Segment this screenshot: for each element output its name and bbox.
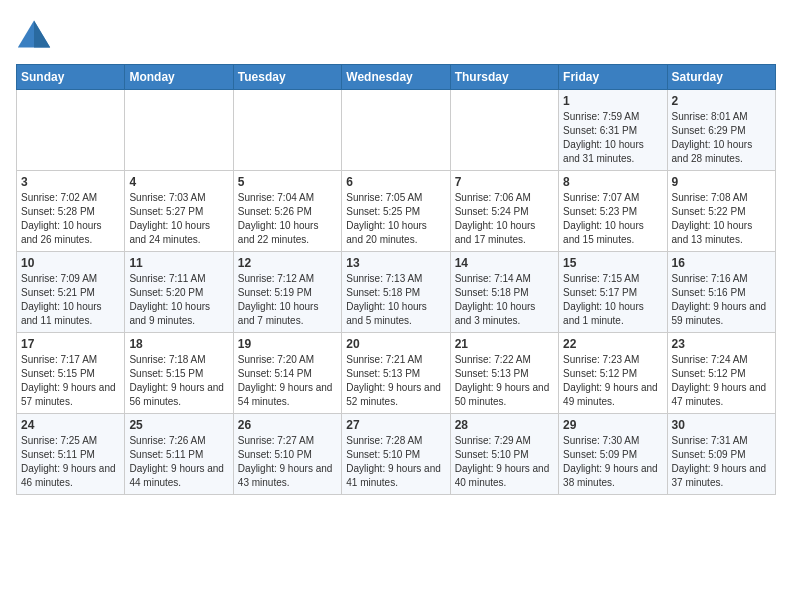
- day-number: 21: [455, 337, 554, 351]
- calendar-cell: [17, 90, 125, 171]
- day-number: 19: [238, 337, 337, 351]
- weekday-thursday: Thursday: [450, 65, 558, 90]
- day-number: 10: [21, 256, 120, 270]
- calendar-cell: 6Sunrise: 7:05 AM Sunset: 5:25 PM Daylig…: [342, 171, 450, 252]
- day-number: 1: [563, 94, 662, 108]
- day-number: 13: [346, 256, 445, 270]
- day-number: 15: [563, 256, 662, 270]
- day-number: 23: [672, 337, 771, 351]
- day-number: 2: [672, 94, 771, 108]
- day-info: Sunrise: 7:22 AM Sunset: 5:13 PM Dayligh…: [455, 353, 554, 409]
- day-number: 30: [672, 418, 771, 432]
- day-info: Sunrise: 7:28 AM Sunset: 5:10 PM Dayligh…: [346, 434, 445, 490]
- calendar-cell: 1Sunrise: 7:59 AM Sunset: 6:31 PM Daylig…: [559, 90, 667, 171]
- calendar-week-1: 1Sunrise: 7:59 AM Sunset: 6:31 PM Daylig…: [17, 90, 776, 171]
- day-number: 7: [455, 175, 554, 189]
- day-number: 9: [672, 175, 771, 189]
- calendar-cell: 26Sunrise: 7:27 AM Sunset: 5:10 PM Dayli…: [233, 414, 341, 495]
- calendar-week-2: 3Sunrise: 7:02 AM Sunset: 5:28 PM Daylig…: [17, 171, 776, 252]
- calendar-body: 1Sunrise: 7:59 AM Sunset: 6:31 PM Daylig…: [17, 90, 776, 495]
- day-number: 8: [563, 175, 662, 189]
- day-info: Sunrise: 7:15 AM Sunset: 5:17 PM Dayligh…: [563, 272, 662, 328]
- calendar-cell: 13Sunrise: 7:13 AM Sunset: 5:18 PM Dayli…: [342, 252, 450, 333]
- calendar-cell: 30Sunrise: 7:31 AM Sunset: 5:09 PM Dayli…: [667, 414, 775, 495]
- calendar-cell: 14Sunrise: 7:14 AM Sunset: 5:18 PM Dayli…: [450, 252, 558, 333]
- day-info: Sunrise: 7:21 AM Sunset: 5:13 PM Dayligh…: [346, 353, 445, 409]
- day-number: 24: [21, 418, 120, 432]
- calendar-week-3: 10Sunrise: 7:09 AM Sunset: 5:21 PM Dayli…: [17, 252, 776, 333]
- day-info: Sunrise: 7:16 AM Sunset: 5:16 PM Dayligh…: [672, 272, 771, 328]
- day-info: Sunrise: 7:29 AM Sunset: 5:10 PM Dayligh…: [455, 434, 554, 490]
- day-number: 4: [129, 175, 228, 189]
- calendar-cell: 20Sunrise: 7:21 AM Sunset: 5:13 PM Dayli…: [342, 333, 450, 414]
- calendar-cell: 28Sunrise: 7:29 AM Sunset: 5:10 PM Dayli…: [450, 414, 558, 495]
- day-info: Sunrise: 7:13 AM Sunset: 5:18 PM Dayligh…: [346, 272, 445, 328]
- day-info: Sunrise: 7:25 AM Sunset: 5:11 PM Dayligh…: [21, 434, 120, 490]
- calendar-cell: 19Sunrise: 7:20 AM Sunset: 5:14 PM Dayli…: [233, 333, 341, 414]
- weekday-monday: Monday: [125, 65, 233, 90]
- calendar-table: SundayMondayTuesdayWednesdayThursdayFrid…: [16, 64, 776, 495]
- weekday-saturday: Saturday: [667, 65, 775, 90]
- day-number: 12: [238, 256, 337, 270]
- calendar-cell: 24Sunrise: 7:25 AM Sunset: 5:11 PM Dayli…: [17, 414, 125, 495]
- calendar-cell: 15Sunrise: 7:15 AM Sunset: 5:17 PM Dayli…: [559, 252, 667, 333]
- calendar-cell: 16Sunrise: 7:16 AM Sunset: 5:16 PM Dayli…: [667, 252, 775, 333]
- calendar-cell: 4Sunrise: 7:03 AM Sunset: 5:27 PM Daylig…: [125, 171, 233, 252]
- calendar-cell: 23Sunrise: 7:24 AM Sunset: 5:12 PM Dayli…: [667, 333, 775, 414]
- day-info: Sunrise: 7:18 AM Sunset: 5:15 PM Dayligh…: [129, 353, 228, 409]
- day-info: Sunrise: 7:12 AM Sunset: 5:19 PM Dayligh…: [238, 272, 337, 328]
- weekday-sunday: Sunday: [17, 65, 125, 90]
- day-number: 16: [672, 256, 771, 270]
- page-header: [16, 16, 776, 52]
- logo-icon: [16, 16, 52, 52]
- calendar-cell: 12Sunrise: 7:12 AM Sunset: 5:19 PM Dayli…: [233, 252, 341, 333]
- calendar-cell: 8Sunrise: 7:07 AM Sunset: 5:23 PM Daylig…: [559, 171, 667, 252]
- weekday-row: SundayMondayTuesdayWednesdayThursdayFrid…: [17, 65, 776, 90]
- day-info: Sunrise: 7:05 AM Sunset: 5:25 PM Dayligh…: [346, 191, 445, 247]
- calendar-cell: 9Sunrise: 7:08 AM Sunset: 5:22 PM Daylig…: [667, 171, 775, 252]
- day-info: Sunrise: 7:06 AM Sunset: 5:24 PM Dayligh…: [455, 191, 554, 247]
- day-info: Sunrise: 7:04 AM Sunset: 5:26 PM Dayligh…: [238, 191, 337, 247]
- day-number: 5: [238, 175, 337, 189]
- day-info: Sunrise: 7:09 AM Sunset: 5:21 PM Dayligh…: [21, 272, 120, 328]
- day-number: 17: [21, 337, 120, 351]
- calendar-cell: 2Sunrise: 8:01 AM Sunset: 6:29 PM Daylig…: [667, 90, 775, 171]
- day-number: 22: [563, 337, 662, 351]
- day-number: 28: [455, 418, 554, 432]
- logo: [16, 16, 56, 52]
- calendar-cell: 10Sunrise: 7:09 AM Sunset: 5:21 PM Dayli…: [17, 252, 125, 333]
- day-number: 29: [563, 418, 662, 432]
- svg-marker-1: [34, 21, 50, 48]
- day-info: Sunrise: 7:23 AM Sunset: 5:12 PM Dayligh…: [563, 353, 662, 409]
- day-info: Sunrise: 8:01 AM Sunset: 6:29 PM Dayligh…: [672, 110, 771, 166]
- day-info: Sunrise: 7:07 AM Sunset: 5:23 PM Dayligh…: [563, 191, 662, 247]
- day-info: Sunrise: 7:26 AM Sunset: 5:11 PM Dayligh…: [129, 434, 228, 490]
- calendar-cell: 3Sunrise: 7:02 AM Sunset: 5:28 PM Daylig…: [17, 171, 125, 252]
- day-number: 6: [346, 175, 445, 189]
- day-number: 14: [455, 256, 554, 270]
- day-info: Sunrise: 7:08 AM Sunset: 5:22 PM Dayligh…: [672, 191, 771, 247]
- day-info: Sunrise: 7:17 AM Sunset: 5:15 PM Dayligh…: [21, 353, 120, 409]
- day-number: 11: [129, 256, 228, 270]
- calendar-cell: 7Sunrise: 7:06 AM Sunset: 5:24 PM Daylig…: [450, 171, 558, 252]
- day-info: Sunrise: 7:02 AM Sunset: 5:28 PM Dayligh…: [21, 191, 120, 247]
- day-info: Sunrise: 7:20 AM Sunset: 5:14 PM Dayligh…: [238, 353, 337, 409]
- calendar-cell: [233, 90, 341, 171]
- calendar-cell: 25Sunrise: 7:26 AM Sunset: 5:11 PM Dayli…: [125, 414, 233, 495]
- day-info: Sunrise: 7:30 AM Sunset: 5:09 PM Dayligh…: [563, 434, 662, 490]
- day-info: Sunrise: 7:11 AM Sunset: 5:20 PM Dayligh…: [129, 272, 228, 328]
- day-info: Sunrise: 7:24 AM Sunset: 5:12 PM Dayligh…: [672, 353, 771, 409]
- calendar-cell: 22Sunrise: 7:23 AM Sunset: 5:12 PM Dayli…: [559, 333, 667, 414]
- calendar-cell: [125, 90, 233, 171]
- weekday-wednesday: Wednesday: [342, 65, 450, 90]
- calendar-cell: [450, 90, 558, 171]
- calendar-week-4: 17Sunrise: 7:17 AM Sunset: 5:15 PM Dayli…: [17, 333, 776, 414]
- calendar-cell: 18Sunrise: 7:18 AM Sunset: 5:15 PM Dayli…: [125, 333, 233, 414]
- day-number: 26: [238, 418, 337, 432]
- weekday-friday: Friday: [559, 65, 667, 90]
- day-info: Sunrise: 7:14 AM Sunset: 5:18 PM Dayligh…: [455, 272, 554, 328]
- day-number: 18: [129, 337, 228, 351]
- calendar-cell: [342, 90, 450, 171]
- calendar-header: SundayMondayTuesdayWednesdayThursdayFrid…: [17, 65, 776, 90]
- day-info: Sunrise: 7:27 AM Sunset: 5:10 PM Dayligh…: [238, 434, 337, 490]
